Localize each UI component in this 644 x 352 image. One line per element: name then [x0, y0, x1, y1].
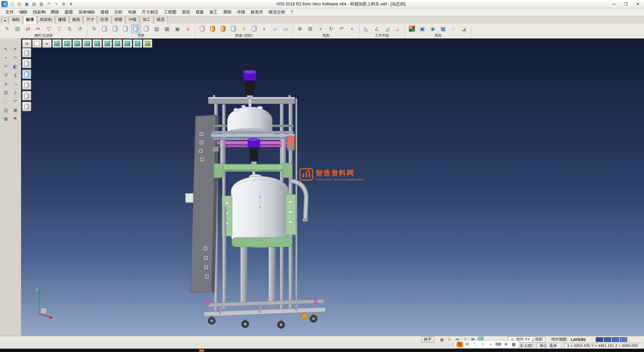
color-table-icon[interactable] — [407, 24, 417, 33]
menu-item-help[interactable]: ? — [288, 9, 296, 15]
workplane-align-icon[interactable]: ∠ — [372, 24, 381, 33]
menu-item-modeling[interactable]: 建模 — [98, 8, 112, 16]
world-icon[interactable]: ◉ — [428, 24, 437, 33]
attribute-edit-icon[interactable]: ✎ — [2, 24, 12, 33]
zoom-all-icon[interactable]: ⊕ — [295, 24, 305, 33]
filter-cut-icon[interactable]: ✂ — [34, 24, 43, 33]
transparency-icon[interactable]: ◐ — [260, 24, 269, 33]
pan-view-icon[interactable]: + — [316, 24, 325, 33]
current-layer-label[interactable]: LAYER0 — [571, 338, 586, 342]
settings-icon[interactable]: ⚙ — [60, 1, 67, 7]
view-bottom-icon[interactable] — [133, 39, 142, 48]
workplane-normal-icon[interactable]: ⊥ — [393, 24, 402, 33]
dm-shaded-icon[interactable] — [22, 70, 31, 79]
maximize-button[interactable]: ❐ — [620, 0, 632, 8]
previous-view-icon[interactable]: ↶ — [337, 24, 346, 33]
open-file-icon[interactable]: ▤ — [16, 1, 22, 7]
print-icon[interactable]: ▥ — [31, 1, 37, 7]
trim-icon[interactable]: ✂ — [2, 62, 10, 70]
shadow-icon[interactable]: ▱ — [270, 24, 280, 33]
mirror-icon[interactable]: ◧ — [11, 62, 19, 70]
zoom-window-icon[interactable]: ⊞ — [306, 24, 315, 33]
menu-item-edit[interactable]: 编辑 — [16, 8, 30, 16]
workplane-xy-icon[interactable]: ◺ — [362, 24, 371, 33]
clipboard-icon[interactable]: ▣ — [11, 106, 19, 114]
barrel-material-icon[interactable] — [218, 24, 228, 33]
status-lock-button[interactable]: 拴宇 — [421, 337, 434, 343]
barrel-section-icon[interactable] — [250, 24, 259, 33]
cylinder-ghost-icon[interactable] — [142, 24, 151, 33]
menu-item-dimension[interactable]: 尺寸标注 — [139, 8, 161, 16]
redraw-icon[interactable]: ↻ — [90, 24, 99, 33]
refresh-status-icon[interactable]: ↻ — [447, 337, 453, 342]
dm-section-icon[interactable] — [22, 102, 31, 111]
taskbar-app-icon[interactable] — [199, 349, 204, 352]
magnet-icon[interactable]: ∪ — [183, 24, 193, 33]
menu-item-surface[interactable]: 曲面 — [62, 8, 76, 16]
cylinder-wire-icon[interactable] — [100, 24, 109, 33]
visi-logo-icon[interactable]: V — [1, 1, 8, 7]
minimize-button[interactable]: — — [608, 0, 620, 8]
menu-item-mold[interactable]: 塑模 — [220, 8, 234, 16]
tab-application[interactable]: 应用 — [98, 16, 111, 24]
view-left-icon[interactable] — [123, 39, 132, 48]
ime-emoji-icon[interactable]: ☺ — [480, 342, 486, 347]
preview-icon[interactable]: ▧ — [38, 1, 45, 7]
rotate-entity-icon[interactable]: ↺ — [2, 71, 10, 79]
view-mode-label[interactable]: 绝对视图 — [551, 337, 567, 342]
sogou-logo-icon[interactable]: S — [457, 342, 463, 347]
menu-item-window[interactable]: 视窗 — [193, 8, 207, 16]
view-iso-se-icon[interactable] — [93, 39, 102, 48]
tab-moldflow[interactable]: 模流 — [154, 16, 167, 24]
menu-item-machining[interactable]: 加工 — [207, 8, 220, 16]
ime-punctuation-icon[interactable]: °, — [472, 342, 478, 347]
view-iso-ne-icon[interactable] — [103, 39, 112, 48]
grid-toggle-icon[interactable]: ▦ — [2, 115, 10, 123]
chart-icon[interactable]: ▥ — [2, 106, 10, 114]
redo-icon[interactable]: ↷ — [53, 1, 59, 7]
viewport-canvas[interactable]: Z ≡⌖ 智造资料网 INTELLIGENT MANUFACTURING D — [21, 38, 644, 336]
new-file-icon[interactable]: ▢ — [9, 1, 15, 7]
dm-ghost-icon[interactable] — [22, 91, 31, 100]
menu-item-file[interactable]: 文件 — [3, 8, 16, 16]
profile-ramp-icon[interactable]: ◢ — [459, 24, 469, 33]
ime-grid-icon[interactable]: ▦ — [511, 342, 517, 347]
menu-item-moldflow[interactable]: 模流分析 — [266, 8, 288, 16]
tab-wireframe[interactable]: 线架构 — [37, 16, 55, 24]
tab-dimension[interactable]: 尺寸 — [84, 16, 97, 24]
barrel-colors-icon[interactable] — [208, 24, 217, 33]
filter-funnel2-icon[interactable]: ▽ — [54, 24, 64, 33]
measure-icon[interactable]: ⌀ — [2, 80, 10, 88]
solid-box-icon[interactable]: ▧ — [152, 24, 161, 33]
delete-icon[interactable]: ✕ — [11, 45, 19, 53]
info-2d-icon[interactable]: 2 — [11, 89, 19, 96]
render-barrel-icon[interactable] — [198, 24, 207, 33]
move-icon[interactable]: + — [2, 54, 10, 61]
view-front-icon[interactable] — [62, 39, 72, 48]
tab-mold[interactable]: 塑膜 — [112, 16, 125, 24]
ime-mic-icon[interactable]: ♪ — [487, 342, 494, 347]
view-axes-icon[interactable]: ⌖ — [347, 24, 357, 33]
dot-matrix-icon[interactable]: ∷ — [449, 24, 458, 33]
light-icon[interactable]: ☀ — [239, 24, 249, 33]
tab-modeling[interactable]: 建模 — [55, 16, 69, 24]
tab-die[interactable]: 冲模 — [126, 16, 139, 24]
save-icon[interactable]: ▣ — [23, 1, 30, 7]
tab-edit[interactable]: 编辑 — [9, 16, 22, 24]
view-iso-icon[interactable] — [83, 39, 92, 48]
barrel-texture-icon[interactable] — [229, 24, 238, 33]
cylinder-hidden-icon[interactable] — [121, 24, 130, 33]
tab-overflow-button[interactable]: ▼ — [2, 17, 8, 24]
dimension-icon[interactable]: ↔ — [11, 80, 19, 88]
flag-icon[interactable]: ⚑ — [11, 115, 19, 123]
menu-item-solid-edit[interactable]: 实体编辑 — [76, 8, 98, 16]
menu-item-electrode[interactable]: 电极 — [125, 8, 139, 16]
ime-toolbox-icon[interactable]: ✚ — [503, 342, 509, 347]
view-shaded-cube-icon[interactable] — [143, 39, 152, 48]
rotate-view-icon[interactable]: ↻ — [326, 24, 336, 33]
attribute-swap-icon[interactable]: ⇄ — [23, 24, 33, 33]
layer-manager-icon[interactable]: ▤ — [2, 89, 10, 96]
edit-geometry-icon[interactable]: ✎ — [11, 54, 19, 61]
undo-view-icon[interactable]: ↶ — [11, 97, 19, 105]
menu-item-wireframe[interactable]: 线架构 — [30, 8, 48, 16]
